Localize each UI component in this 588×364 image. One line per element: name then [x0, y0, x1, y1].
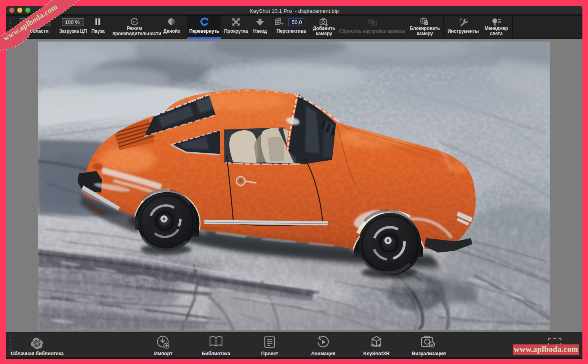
svg-text:www.aplboda.com: www.aplboda.com	[2, 2, 59, 43]
svg-text:P: P	[133, 20, 136, 24]
